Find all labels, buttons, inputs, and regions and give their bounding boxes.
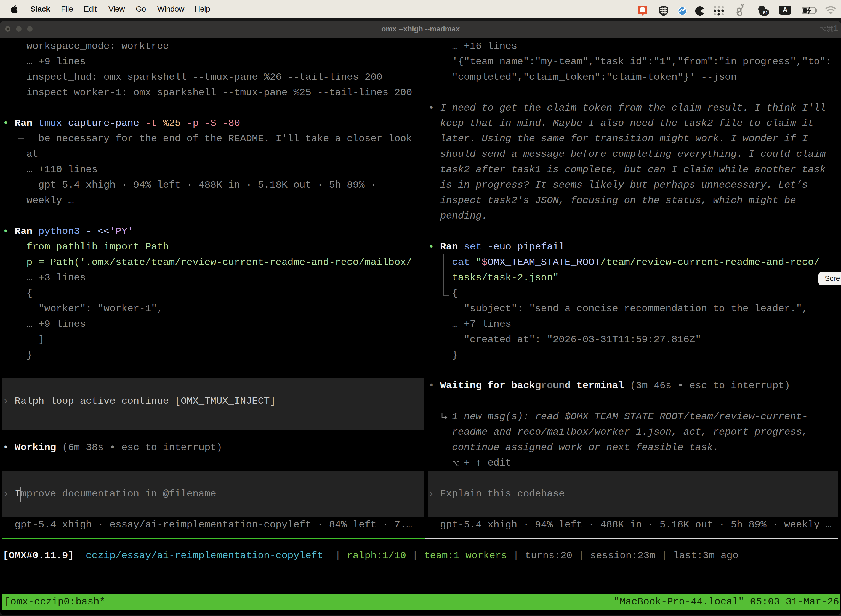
svg-text:..61: ..61 [761, 10, 768, 15]
